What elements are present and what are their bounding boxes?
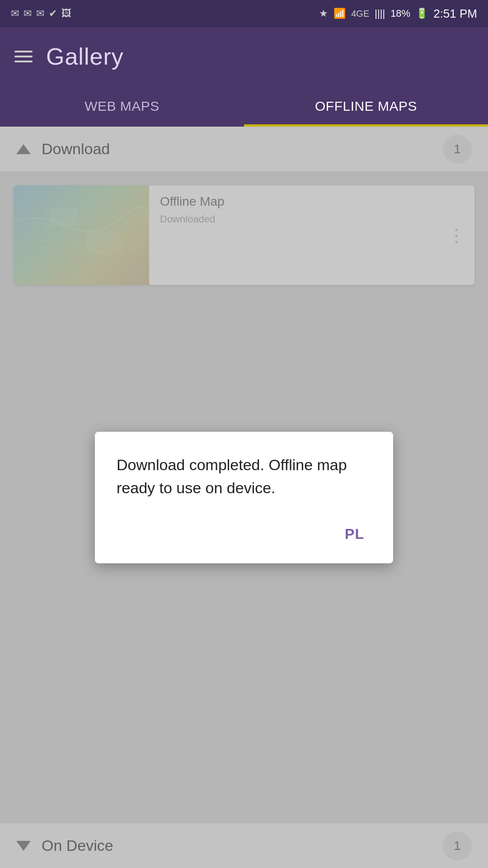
tab-web-maps[interactable]: Web Maps [0,86,244,127]
dialog-actions: PL [117,521,371,547]
mail-icon-3: ✉ [36,8,44,19]
dialog-message: Download completed. Offline map ready to… [117,453,371,500]
tab-offline-maps[interactable]: Offline Maps [244,86,488,127]
wifi-icon: 📶 [333,8,346,19]
app-bar: Gallery [0,27,488,86]
status-info-right: ★ 📶 4GE |||| 18% 🔋 2:51 PM [319,7,477,21]
network-label: 4GE [351,9,369,19]
hamburger-menu-button[interactable] [14,51,33,62]
time-display: 2:51 PM [433,7,477,21]
main-content: Download 1 Offline Map Downloaded [0,127,488,868]
battery-label: 18% [390,8,410,19]
status-icons-left: ✉ ✉ ✉ ✔ 🖼 [11,8,71,19]
mail-icon-1: ✉ [11,8,19,19]
status-bar: ✉ ✉ ✉ ✔ 🖼 ★ 📶 4GE |||| 18% 🔋 2:51 PM [0,0,488,27]
image-icon: 🖼 [61,8,71,19]
mail-icon-2: ✉ [23,8,32,19]
dialog-overlay: Download completed. Offline map ready to… [0,127,488,868]
bluetooth-icon: ★ [319,8,328,19]
check-icon: ✔ [49,8,57,19]
signal-bars-icon: |||| [375,8,385,19]
battery-icon: 🔋 [416,8,428,19]
dialog: Download completed. Offline map ready to… [95,432,393,563]
dialog-confirm-button[interactable]: PL [338,521,371,547]
app-title: Gallery [46,43,124,70]
tabs-bar: Web Maps Offline Maps [0,86,488,127]
